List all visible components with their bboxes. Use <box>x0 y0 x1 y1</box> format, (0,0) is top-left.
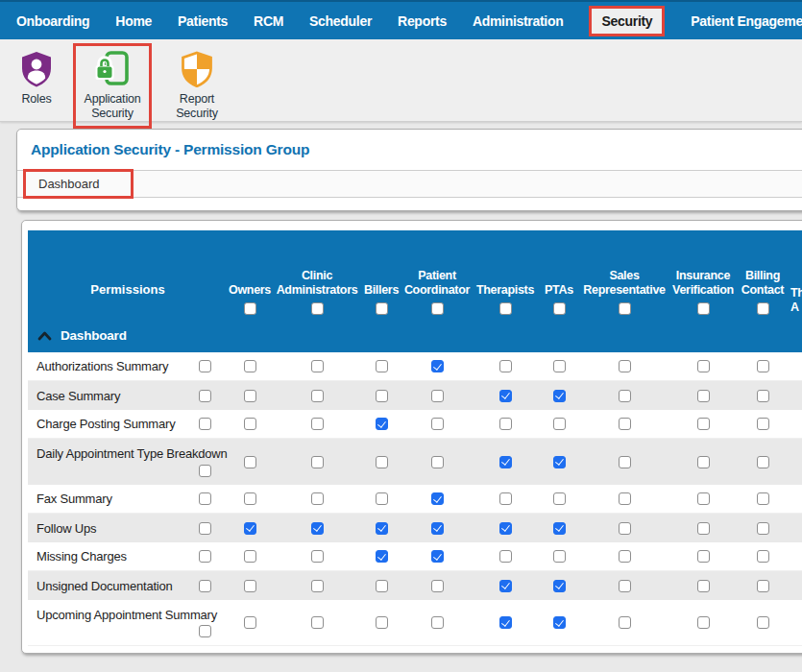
checkbox-authorizations-summary-patient-coordinator[interactable] <box>431 360 444 372</box>
checkbox-missing-charges-ptas[interactable] <box>553 550 566 563</box>
select-all-checkbox-patient-coordinator[interactable] <box>431 302 444 315</box>
checkbox-follow-ups-therapists[interactable] <box>499 522 512 535</box>
checkbox-missing-charges-row-select[interactable] <box>199 550 211 563</box>
checkbox-authorizations-summary-owners[interactable] <box>244 360 256 372</box>
checkbox-daily-appointment-type-breakdown-owners[interactable] <box>244 456 256 468</box>
checkbox-fax-summary-insurance-verification[interactable] <box>697 492 710 505</box>
select-all-checkbox-billers[interactable] <box>376 302 388 315</box>
checkbox-upcoming-appointment-summary-owners[interactable] <box>244 616 256 629</box>
checkbox-case-summary-insurance-verification[interactable] <box>697 390 710 402</box>
checkbox-follow-ups-insurance-verification[interactable] <box>697 522 710 535</box>
checkbox-case-summary-sales-representative[interactable] <box>619 390 631 402</box>
checkbox-upcoming-appointment-summary-row-select[interactable] <box>199 625 211 637</box>
checkbox-unsigned-documentation-patient-coordinator[interactable] <box>431 580 444 592</box>
checkbox-upcoming-appointment-summary-clinic-administrators[interactable] <box>311 616 324 629</box>
checkbox-daily-appointment-type-breakdown-ptas[interactable] <box>553 456 566 468</box>
checkbox-follow-ups-sales-representative[interactable] <box>619 522 631 535</box>
checkbox-unsigned-documentation-sales-representative[interactable] <box>619 580 631 592</box>
toolbar-item-roles[interactable]: Roles <box>6 43 67 114</box>
select-all-checkbox-clinic-administrators[interactable] <box>311 302 324 315</box>
select-all-checkbox-owners[interactable] <box>244 302 256 315</box>
toolbar-item-report-security[interactable]: Report Security <box>158 43 236 129</box>
checkbox-charge-posting-summary-owners[interactable] <box>244 418 256 430</box>
select-all-checkbox-therapists[interactable] <box>499 302 512 315</box>
checkbox-fax-summary-billing-contact[interactable] <box>757 492 769 505</box>
checkbox-fax-summary-patient-coordinator[interactable] <box>431 492 444 505</box>
nav-item-security[interactable]: Security <box>589 6 665 36</box>
checkbox-missing-charges-sales-representative[interactable] <box>619 550 631 563</box>
checkbox-upcoming-appointment-summary-billing-contact[interactable] <box>757 616 769 629</box>
checkbox-missing-charges-clinic-administrators[interactable] <box>311 550 324 563</box>
checkbox-case-summary-billers[interactable] <box>376 390 388 402</box>
checkbox-unsigned-documentation-insurance-verification[interactable] <box>697 580 710 592</box>
checkbox-upcoming-appointment-summary-ptas[interactable] <box>553 616 566 629</box>
checkbox-follow-ups-row-select[interactable] <box>199 522 211 535</box>
checkbox-charge-posting-summary-billers[interactable] <box>376 418 388 430</box>
section-row-dashboard[interactable]: Dashboard <box>28 322 802 352</box>
checkbox-fax-summary-billers[interactable] <box>376 492 388 505</box>
checkbox-authorizations-summary-therapists[interactable] <box>499 360 512 372</box>
nav-item-patients[interactable]: Patients <box>178 13 228 29</box>
checkbox-case-summary-ptas[interactable] <box>553 390 566 402</box>
checkbox-charge-posting-summary-sales-representative[interactable] <box>619 418 631 430</box>
checkbox-upcoming-appointment-summary-patient-coordinator[interactable] <box>431 616 444 629</box>
checkbox-upcoming-appointment-summary-insurance-verification[interactable] <box>697 616 710 629</box>
checkbox-daily-appointment-type-breakdown-row-select[interactable] <box>199 465 211 477</box>
checkbox-missing-charges-patient-coordinator[interactable] <box>431 550 444 563</box>
nav-item-administration[interactable]: Administration <box>473 13 564 29</box>
checkbox-unsigned-documentation-billers[interactable] <box>376 580 388 592</box>
select-all-checkbox-sales-representative[interactable] <box>619 302 631 315</box>
checkbox-charge-posting-summary-clinic-administrators[interactable] <box>311 418 324 430</box>
checkbox-fax-summary-ptas[interactable] <box>553 492 566 505</box>
checkbox-daily-appointment-type-breakdown-billers[interactable] <box>376 456 388 468</box>
checkbox-case-summary-clinic-administrators[interactable] <box>311 390 324 402</box>
checkbox-authorizations-summary-insurance-verification[interactable] <box>697 360 710 372</box>
checkbox-follow-ups-owners[interactable] <box>244 522 256 535</box>
checkbox-charge-posting-summary-patient-coordinator[interactable] <box>431 418 444 430</box>
checkbox-unsigned-documentation-ptas[interactable] <box>553 580 566 592</box>
checkbox-missing-charges-billers[interactable] <box>376 550 388 563</box>
checkbox-follow-ups-billing-contact[interactable] <box>757 522 769 535</box>
checkbox-daily-appointment-type-breakdown-therapists[interactable] <box>499 456 512 468</box>
checkbox-authorizations-summary-sales-representative[interactable] <box>619 360 631 372</box>
checkbox-case-summary-therapists[interactable] <box>499 390 512 402</box>
checkbox-upcoming-appointment-summary-billers[interactable] <box>376 616 388 629</box>
checkbox-charge-posting-summary-row-select[interactable] <box>199 418 211 430</box>
checkbox-fax-summary-owners[interactable] <box>244 492 256 505</box>
select-all-checkbox-billing-contact[interactable] <box>757 302 769 315</box>
chevron-up-icon[interactable] <box>37 331 52 341</box>
toolbar-item-application-security[interactable]: Application Security <box>73 43 152 129</box>
checkbox-missing-charges-insurance-verification[interactable] <box>697 550 710 563</box>
checkbox-follow-ups-clinic-administrators[interactable] <box>311 522 324 535</box>
checkbox-follow-ups-patient-coordinator[interactable] <box>431 522 444 535</box>
checkbox-case-summary-patient-coordinator[interactable] <box>431 390 444 402</box>
checkbox-fax-summary-row-select[interactable] <box>199 492 211 505</box>
checkbox-authorizations-summary-clinic-administrators[interactable] <box>311 360 324 372</box>
checkbox-unsigned-documentation-row-select[interactable] <box>199 580 211 592</box>
nav-item-rcm[interactable]: RCM <box>254 13 283 29</box>
select-all-checkbox-ptas[interactable] <box>553 302 566 315</box>
checkbox-case-summary-owners[interactable] <box>244 390 256 402</box>
checkbox-daily-appointment-type-breakdown-patient-coordinator[interactable] <box>431 456 444 468</box>
checkbox-charge-posting-summary-therapists[interactable] <box>499 418 512 430</box>
checkbox-charge-posting-summary-billing-contact[interactable] <box>757 418 769 430</box>
checkbox-upcoming-appointment-summary-sales-representative[interactable] <box>619 616 631 629</box>
select-all-checkbox-insurance-verification[interactable] <box>697 302 710 315</box>
checkbox-authorizations-summary-billers[interactable] <box>376 360 388 372</box>
checkbox-missing-charges-therapists[interactable] <box>499 550 512 563</box>
checkbox-unsigned-documentation-clinic-administrators[interactable] <box>311 580 324 592</box>
checkbox-authorizations-summary-ptas[interactable] <box>553 360 566 372</box>
nav-item-scheduler[interactable]: Scheduler <box>309 13 372 29</box>
nav-item-patient-engagement[interactable]: Patient Engagement <box>691 13 802 29</box>
checkbox-unsigned-documentation-billing-contact[interactable] <box>757 580 769 592</box>
checkbox-fax-summary-sales-representative[interactable] <box>619 492 631 505</box>
checkbox-fax-summary-therapists[interactable] <box>499 492 512 505</box>
checkbox-fax-summary-clinic-administrators[interactable] <box>311 492 324 505</box>
checkbox-charge-posting-summary-insurance-verification[interactable] <box>697 418 710 430</box>
checkbox-case-summary-billing-contact[interactable] <box>757 390 769 402</box>
checkbox-missing-charges-billing-contact[interactable] <box>757 550 769 563</box>
nav-item-onboarding[interactable]: Onboarding <box>16 13 89 29</box>
checkbox-daily-appointment-type-breakdown-billing-contact[interactable] <box>757 456 769 468</box>
checkbox-authorizations-summary-billing-contact[interactable] <box>757 360 769 372</box>
checkbox-case-summary-row-select[interactable] <box>199 390 211 402</box>
